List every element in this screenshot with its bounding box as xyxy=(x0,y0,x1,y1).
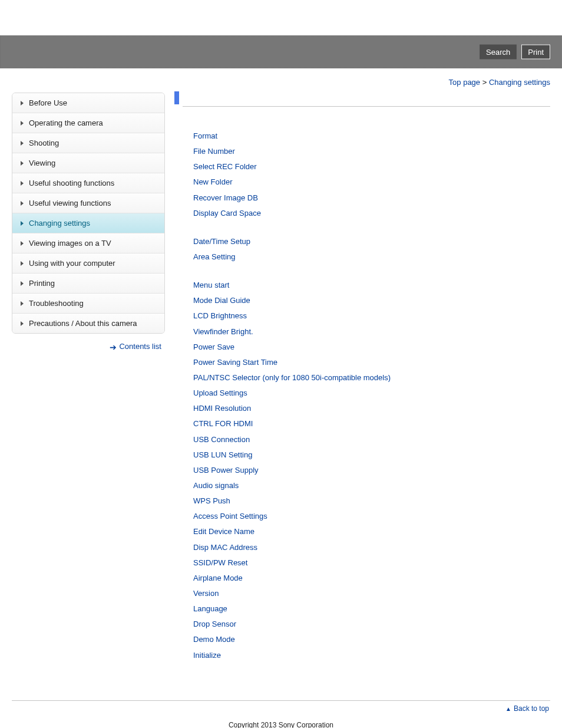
list-item: HDMI Resolution xyxy=(193,403,550,414)
setting-link[interactable]: Power Save xyxy=(193,342,234,351)
sidebar-item-label: Precautions / About this camera xyxy=(29,319,137,328)
list-item: Disp MAC Address xyxy=(193,542,550,554)
list-item: Area Setting xyxy=(193,251,550,263)
breadcrumb-top-page[interactable]: Top page xyxy=(449,78,481,87)
setting-link[interactable]: USB Power Supply xyxy=(193,466,259,475)
sidebar-item-9[interactable]: Printing xyxy=(12,274,164,294)
setting-link[interactable]: Edit Device Name xyxy=(193,527,254,536)
setting-link[interactable]: USB Connection xyxy=(193,435,250,444)
setting-link[interactable]: Audio signals xyxy=(193,481,239,490)
caret-right-icon xyxy=(21,301,24,306)
list-item: Edit Device Name xyxy=(193,526,550,538)
list-item: Version xyxy=(193,588,550,599)
list-item: Power Saving Start Time xyxy=(193,357,550,368)
caret-right-icon xyxy=(21,321,24,326)
setting-link[interactable]: Mode Dial Guide xyxy=(193,296,250,305)
list-item: SSID/PW Reset xyxy=(193,557,550,569)
setting-link[interactable]: Airplane Mode xyxy=(193,574,243,582)
sidebar-item-label: Viewing images on a TV xyxy=(29,239,111,248)
setting-link[interactable]: PAL/NTSC Selector (only for 1080 50i-com… xyxy=(193,373,391,382)
setting-link[interactable]: Format xyxy=(193,131,217,140)
list-item: Initialize xyxy=(193,650,550,661)
sidebar-item-7[interactable]: Viewing images on a TV xyxy=(12,233,164,253)
list-item: USB Power Supply xyxy=(193,465,550,476)
sidebar-item-8[interactable]: Using with your computer xyxy=(12,253,164,274)
list-item: USB LUN Setting xyxy=(193,449,550,461)
list-item: Audio signals xyxy=(193,480,550,492)
caret-right-icon xyxy=(21,221,24,226)
settings-group-1: Date/Time SetupArea Setting xyxy=(183,236,550,263)
list-item: Power Save xyxy=(193,341,550,353)
setting-link[interactable]: HDMI Resolution xyxy=(193,404,251,413)
sidebar-item-1[interactable]: Operating the camera xyxy=(12,113,164,133)
breadcrumb: Top page > Changing settings xyxy=(0,68,562,93)
setting-link[interactable]: Select REC Folder xyxy=(193,162,257,171)
list-item: File Number xyxy=(193,146,550,157)
sidebar-item-11[interactable]: Precautions / About this camera xyxy=(12,314,164,333)
caret-right-icon xyxy=(21,101,24,106)
list-item: PAL/NTSC Selector (only for 1080 50i-com… xyxy=(193,372,550,384)
list-item: Mode Dial Guide xyxy=(193,295,550,307)
setting-link[interactable]: Area Setting xyxy=(193,252,236,261)
triangle-up-icon: ▲ xyxy=(505,706,511,712)
settings-group-2: Menu startMode Dial GuideLCD BrightnessV… xyxy=(183,279,550,661)
sidebar-item-3[interactable]: Viewing xyxy=(12,153,164,173)
setting-link[interactable]: Display Card Space xyxy=(193,209,261,218)
sidebar-item-2[interactable]: Shooting xyxy=(12,133,164,153)
sidebar-item-label: Using with your computer xyxy=(29,259,115,268)
setting-link[interactable]: Recover Image DB xyxy=(193,193,258,202)
setting-link[interactable]: Date/Time Setup xyxy=(193,237,250,246)
sidebar-item-4[interactable]: Useful shooting functions xyxy=(12,173,164,193)
sidebar-item-0[interactable]: Before Use xyxy=(12,93,164,113)
list-item: Viewfinder Bright. xyxy=(193,326,550,338)
sidebar-item-label: Useful shooting functions xyxy=(29,179,114,187)
list-item: Drop Sensor xyxy=(193,618,550,630)
setting-link[interactable]: WPS Push xyxy=(193,496,230,505)
list-item: Recover Image DB xyxy=(193,192,550,204)
setting-link[interactable]: Disp MAC Address xyxy=(193,543,257,552)
print-button[interactable]: Print xyxy=(521,45,550,60)
list-item: Upload Settings xyxy=(193,387,550,399)
settings-group-0: FormatFile NumberSelect REC FolderNew Fo… xyxy=(183,130,550,219)
setting-link[interactable]: Viewfinder Bright. xyxy=(193,327,253,336)
search-button[interactable]: Search xyxy=(480,45,517,60)
setting-link[interactable]: Power Saving Start Time xyxy=(193,358,277,367)
sidebar-item-5[interactable]: Useful viewing functions xyxy=(12,193,164,213)
list-item: CTRL FOR HDMI xyxy=(193,418,550,430)
setting-link[interactable]: USB LUN Setting xyxy=(193,450,252,459)
bottom-rule xyxy=(12,700,550,701)
setting-link[interactable]: LCD Brightness xyxy=(193,311,247,320)
list-item: Date/Time Setup xyxy=(193,236,550,248)
setting-link[interactable]: CTRL FOR HDMI xyxy=(193,419,253,428)
contents-list-link[interactable]: Contents list xyxy=(119,342,161,351)
setting-link[interactable]: Drop Sensor xyxy=(193,620,236,628)
setting-link[interactable]: Access Point Settings xyxy=(193,512,267,521)
sidebar-item-label: Operating the camera xyxy=(29,118,103,127)
back-to-top-link[interactable]: Back to top xyxy=(514,704,549,713)
caret-right-icon xyxy=(21,261,24,266)
sidebar-item-label: Viewing xyxy=(29,159,55,167)
sidebar-item-label: Troubleshooting xyxy=(29,299,84,308)
sidebar-item-label: Before Use xyxy=(29,98,67,107)
sidebar-item-10[interactable]: Troubleshooting xyxy=(12,294,164,314)
main-content: FormatFile NumberSelect REC FolderNew Fo… xyxy=(183,93,550,678)
setting-link[interactable]: New Folder xyxy=(193,177,232,186)
list-item: Select REC Folder xyxy=(193,161,550,173)
setting-link[interactable]: SSID/PW Reset xyxy=(193,558,247,567)
setting-link[interactable]: Language xyxy=(193,604,227,613)
setting-link[interactable]: Demo Mode xyxy=(193,635,235,644)
list-item: Access Point Settings xyxy=(193,510,550,522)
list-item: New Folder xyxy=(193,176,550,188)
caret-right-icon xyxy=(21,181,24,186)
sidebar-item-label: Changing settings xyxy=(29,219,90,228)
setting-link[interactable]: Menu start xyxy=(193,281,229,289)
breadcrumb-current[interactable]: Changing settings xyxy=(489,78,550,87)
setting-link[interactable]: File Number xyxy=(193,147,235,156)
list-item: Airplane Mode xyxy=(193,572,550,584)
setting-link[interactable]: Upload Settings xyxy=(193,388,247,397)
breadcrumb-separator: > xyxy=(482,78,487,87)
setting-link[interactable]: Initialize xyxy=(193,651,221,660)
setting-link[interactable]: Version xyxy=(193,589,219,598)
sidebar-item-label: Shooting xyxy=(29,139,59,147)
sidebar-item-6[interactable]: Changing settings xyxy=(12,213,164,233)
